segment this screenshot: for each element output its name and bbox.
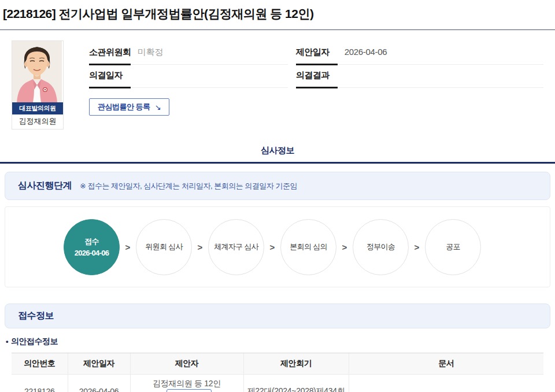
field-proposal-date-label: 제안일자: [296, 47, 345, 58]
cell-proposer: 김정재의원 등 12인제안자 목록: [130, 375, 243, 392]
bill-summary-section: 대표발의의원 김정재의원 소관위원회 미확정 제안일자 2026-04-06 의…: [12, 40, 543, 130]
field-committee-value: 미확정: [138, 47, 163, 58]
tab-bar: 심사정보: [0, 145, 555, 164]
reception-table-row: 2218126 2026-04-06 김정재의원 등 12인제안자 목록 제22…: [12, 375, 543, 392]
chevron-right-icon: >: [264, 242, 280, 252]
representative-profile-card: 대표발의의원 김정재의원: [12, 40, 64, 130]
tab-review-info[interactable]: 심사정보: [261, 145, 294, 162]
field-proposal-date: 제안일자 2026-04-06: [296, 42, 543, 65]
progress-section-header: 심사진행단계 ※ 접수는 제안일자, 심사단계는 처리일자, 본회의는 의결일자…: [5, 172, 550, 200]
header-bill-number: 의안번호: [12, 353, 68, 375]
step-committee-review: 위원회 심사: [136, 219, 192, 275]
step-reception-label: 접수: [84, 236, 99, 247]
step-plenary-deliberation-label: 본회의 심의: [290, 242, 327, 252]
step-promulgation-label: 공포: [446, 242, 460, 252]
cell-document: [349, 375, 543, 392]
reception-subtitle: •의안접수정보: [6, 336, 555, 347]
field-proposal-date-value: 2026-04-06: [345, 47, 387, 57]
field-resolution-result-label: 의결결과: [296, 70, 345, 81]
field-committee-label: 소관위원회: [89, 47, 138, 58]
header-proposal-date: 제안일자: [68, 353, 130, 375]
header-document: 문서: [349, 353, 543, 375]
progress-steps: 접수 2026-04-06 > 위원회 심사 > 체계자구 심사 > 본회의 심…: [5, 206, 550, 287]
representative-badge: 대표발의의원: [12, 102, 63, 114]
reception-section-title: 접수정보: [18, 310, 54, 322]
proposer-list-button[interactable]: 제안자 목록: [166, 389, 212, 392]
cell-proposer-text: 김정재의원 등 12인: [153, 379, 221, 388]
header-session: 제안회기: [243, 353, 349, 375]
field-resolution-date-label: 의결일자: [89, 70, 138, 81]
step-reception: 접수 2026-04-06: [64, 219, 120, 275]
field-committee: 소관위원회 미확정: [89, 42, 288, 65]
register-arrow-icon: ↘: [155, 103, 161, 112]
bill-info-grid: 소관위원회 미확정 제안일자 2026-04-06 의결일자 의결결과: [89, 42, 543, 88]
step-promulgation: 공포: [425, 219, 481, 275]
reception-table-header-row: 의안번호 제안일자 제안자 제안회기 문서: [12, 353, 543, 375]
title-divider: [0, 29, 555, 30]
cell-bill-number: 2218126: [12, 375, 68, 392]
step-systematic-review-label: 체계자구 심사: [214, 242, 258, 252]
cell-proposal-date: 2026-04-06: [68, 375, 130, 392]
step-government-transfer-label: 정부이송: [367, 242, 395, 252]
bill-info-area: 소관위원회 미확정 제안일자 2026-04-06 의결일자 의결결과 관심법률…: [89, 40, 543, 130]
field-resolution-date: 의결일자: [89, 65, 288, 88]
step-plenary-deliberation: 본회의 심의: [280, 219, 336, 275]
reception-table: 의안번호 제안일자 제안자 제안회기 문서 2218126 2026-04-06…: [12, 353, 543, 392]
step-reception-date: 2026-04-06: [75, 249, 109, 257]
step-systematic-review: 체계자구 심사: [208, 219, 264, 275]
field-resolution-result: 의결결과: [296, 65, 543, 88]
register-interest-bill-label: 관심법률안 등록: [98, 102, 150, 112]
chevron-right-icon: >: [120, 242, 136, 252]
chevron-right-icon: >: [192, 242, 208, 252]
register-interest-bill-button[interactable]: 관심법률안 등록 ↘: [89, 98, 169, 116]
representative-name: 김정재의원: [12, 114, 63, 129]
progress-section-note: ※ 접수는 제안일자, 심사단계는 처리일자, 본회의는 의결일자 기준임: [80, 181, 297, 191]
reception-section-header: 접수정보: [5, 304, 550, 328]
progress-section-title: 심사진행단계: [18, 180, 72, 192]
header-proposer: 제안자: [130, 353, 243, 375]
bullet-icon: •: [6, 337, 8, 346]
chevron-right-icon: >: [409, 242, 425, 252]
page-title: [2218126] 전기사업법 일부개정법률안(김정재의원 등 12인): [3, 6, 555, 22]
step-committee-review-label: 위원회 심사: [145, 242, 182, 252]
cell-session: 제22대(2024~2028)제434회: [243, 375, 349, 392]
chevron-right-icon: >: [336, 242, 353, 252]
reception-subtitle-text: 의안접수정보: [11, 336, 58, 346]
representative-photo: [12, 41, 62, 102]
step-government-transfer: 정부이송: [353, 219, 409, 275]
